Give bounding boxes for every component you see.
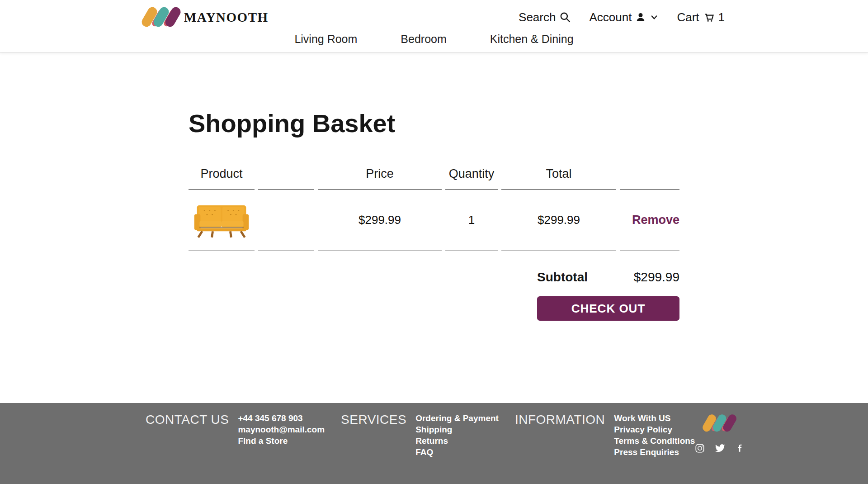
footer-information-section: INFORMATION Work With US Privacy Policy … [515, 413, 695, 456]
footer-brand-logo-icon [704, 413, 736, 433]
footer-link-terms-conditions[interactable]: Terms & Conditions [614, 437, 695, 445]
cart-button[interactable]: Cart 1 [677, 10, 725, 24]
footer-services-section: SERVICES Ordering & Payment Shipping Ret… [341, 413, 499, 456]
basket-page: Shopping Basket Product Price Quantity T… [0, 52, 868, 403]
footer-link-shipping[interactable]: Shipping [415, 425, 499, 434]
contact-heading: CONTACT US [146, 413, 229, 445]
footer-link-find-store[interactable]: Find a Store [238, 437, 325, 445]
brand-name: MAYNOOTH [184, 10, 269, 25]
information-heading: INFORMATION [515, 413, 605, 456]
main-navigation: Living Room Bedroom Kitchen & Dining [0, 30, 868, 52]
nav-living-room[interactable]: Living Room [294, 33, 357, 46]
footer-link-ordering-payment[interactable]: Ordering & Payment [415, 414, 499, 422]
subtotal-value: $299.99 [634, 270, 679, 285]
footer-link-email[interactable]: maynooth@mail.com [238, 425, 325, 434]
account-label: Account [589, 10, 632, 24]
basket-item-row: $299.99 1 $299.99 Remove [189, 190, 679, 251]
column-header-product: Product [189, 167, 255, 190]
site-header: MAYNOOTH Search Account [0, 0, 868, 52]
item-total: $299.99 [501, 190, 616, 251]
column-header-price: Price [318, 167, 442, 190]
search-label: Search [519, 10, 556, 24]
nav-kitchen-dining[interactable]: Kitchen & Dining [490, 33, 574, 46]
footer-link-privacy-policy[interactable]: Privacy Policy [614, 425, 695, 434]
search-icon [559, 11, 571, 23]
instagram-icon[interactable] [695, 443, 705, 453]
chevron-down-icon [650, 13, 659, 22]
remove-item-link[interactable]: Remove [632, 213, 679, 227]
page-title: Shopping Basket [189, 109, 679, 138]
brand-logo[interactable]: MAYNOOTH [143, 5, 269, 29]
item-price: $299.99 [318, 190, 442, 251]
footer-contact-section: CONTACT US +44 345 678 903 maynooth@mail… [146, 413, 325, 445]
search-button[interactable]: Search [519, 10, 571, 24]
cart-icon [703, 11, 715, 23]
footer-link-work-with-us[interactable]: Work With US [614, 414, 695, 422]
twitter-icon[interactable] [715, 443, 726, 454]
cart-count-badge: 1 [718, 10, 725, 24]
product-image-cell [189, 190, 255, 251]
basket-table-header: Product Price Quantity Total [189, 167, 679, 190]
account-menu[interactable]: Account [589, 10, 659, 24]
spacer-cell [258, 190, 314, 251]
user-icon [635, 12, 646, 23]
checkout-button[interactable]: CHECK OUT [537, 296, 679, 321]
cart-label: Cart [677, 10, 699, 24]
subtotal-label: Subtotal [537, 270, 588, 285]
facebook-icon[interactable] [736, 444, 745, 453]
site-footer: CONTACT US +44 345 678 903 maynooth@mail… [0, 403, 868, 484]
column-header-action [620, 167, 679, 190]
brand-logo-icon [143, 5, 179, 29]
remove-cell: Remove [620, 190, 679, 251]
services-heading: SERVICES [341, 413, 406, 456]
yellow-sofa-image[interactable] [191, 203, 252, 238]
column-header-quantity: Quantity [445, 167, 498, 190]
footer-link-phone[interactable]: +44 345 678 903 [238, 414, 325, 422]
footer-link-press-enquiries[interactable]: Press Enquiries [614, 448, 695, 456]
basket-summary: Subtotal $299.99 CHECK OUT [537, 270, 679, 321]
nav-bedroom[interactable]: Bedroom [401, 33, 446, 46]
footer-link-returns[interactable]: Returns [415, 437, 499, 445]
item-quantity: 1 [445, 190, 498, 251]
column-header-spacer [258, 167, 314, 190]
footer-link-faq[interactable]: FAQ [415, 448, 499, 456]
column-header-total: Total [501, 167, 616, 190]
footer-brand-block [695, 413, 745, 454]
